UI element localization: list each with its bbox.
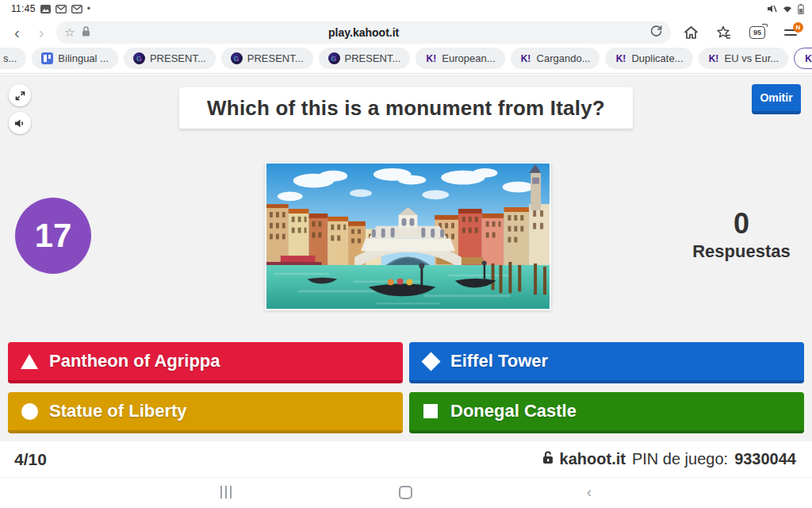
- genially-favicon: G: [328, 52, 340, 64]
- clock: 11:45: [11, 3, 36, 14]
- url-bar[interactable]: ☆ play.kahoot.it: [56, 21, 671, 44]
- screenshot-notification-icon: [40, 5, 51, 13]
- skip-button[interactable]: Omitir: [752, 84, 801, 114]
- game-footer: 4/10 kahoot.it PIN de juego: 9330044: [0, 441, 812, 477]
- back-button-android[interactable]: ‹: [587, 484, 592, 501]
- home-button[interactable]: [677, 21, 704, 44]
- tab-kahoot-active[interactable]: K! Kahoot! ×: [794, 48, 812, 69]
- question-text: Which of this is a monument from Italy?: [179, 87, 633, 129]
- answer-circle-button[interactable]: Statue of Liberty: [8, 392, 403, 433]
- tab-presentation-3[interactable]: G PRESENT...: [319, 48, 411, 69]
- tab-0[interactable]: s...: [0, 48, 26, 69]
- gmail-notification-icon: [56, 5, 67, 13]
- bookmarks-button[interactable]: [710, 21, 737, 44]
- tab-presentation-1[interactable]: G PRESENT...: [124, 48, 216, 69]
- kahoot-favicon: K!: [425, 52, 437, 64]
- home-button-android[interactable]: [399, 486, 412, 499]
- pin-label: PIN de juego:: [632, 450, 728, 468]
- kahoot-favicon: K!: [615, 52, 626, 64]
- tab-european[interactable]: K! European...: [416, 48, 504, 69]
- question-progress: 4/10: [14, 450, 47, 469]
- genially-favicon: G: [133, 52, 145, 64]
- menu-button[interactable]: N: [777, 21, 804, 44]
- kahoot-favicon: K!: [520, 52, 532, 64]
- answer-square-button[interactable]: Donegal Castle: [409, 392, 804, 433]
- question-image: [265, 162, 551, 310]
- android-navigation-bar: ‹: [0, 477, 812, 508]
- browser-toolbar: ‹ › ☆ play.kahoot.it 95 N: [0, 17, 812, 48]
- genially-favicon: G: [231, 52, 243, 64]
- game-pin-area: kahoot.it PIN de juego: 9330044: [542, 450, 796, 468]
- bilingual-favicon: [41, 52, 53, 64]
- url-text[interactable]: play.kahoot.it: [56, 26, 671, 39]
- wifi-icon: [782, 4, 793, 13]
- recents-button[interactable]: [220, 486, 232, 498]
- answer-counter: 0 Respuestas: [678, 210, 805, 262]
- fullscreen-button[interactable]: [9, 84, 31, 106]
- kahoot-favicon: K!: [708, 52, 720, 64]
- lock-icon: [542, 450, 553, 468]
- timer-countdown: 17: [15, 198, 91, 274]
- tab-switcher-button[interactable]: 95: [744, 21, 771, 44]
- answer-label: Statue of Liberty: [49, 401, 187, 421]
- battery-icon: [798, 4, 804, 14]
- answer-grid: Pantheon of Agrippa Eiffel Tower Statue …: [8, 342, 804, 433]
- tab-presentation-2[interactable]: G PRESENT...: [221, 48, 313, 69]
- tab-bilingual[interactable]: Bilingual ...: [32, 48, 118, 69]
- answer-label: Pantheon of Agrippa: [49, 351, 220, 371]
- game-pin: 9330044: [734, 450, 796, 468]
- tab-cargando[interactable]: K! Cargando...: [511, 48, 600, 69]
- menu-notification-badge: N: [793, 22, 803, 33]
- status-bar: 11:45 •: [0, 0, 812, 17]
- diamond-icon: [422, 352, 439, 370]
- answer-count-number: 0: [678, 210, 805, 238]
- tab-strip: s... Bilingual ... G PRESENT... G PRESEN…: [0, 48, 812, 74]
- kahoot-domain: kahoot.it: [560, 450, 626, 468]
- answer-triangle-button[interactable]: Pantheon of Agrippa: [8, 342, 403, 383]
- answer-count-label: Respuestas: [678, 241, 805, 262]
- triangle-icon: [21, 352, 38, 370]
- kahoot-favicon: K!: [804, 52, 812, 64]
- gmail-notification-icon: [71, 5, 82, 13]
- forward-button[interactable]: ›: [33, 25, 51, 40]
- tab-eu-vs-eur[interactable]: K! EU vs Eur...: [699, 48, 789, 69]
- answer-label: Eiffel Tower: [450, 351, 548, 371]
- more-notifications-dot: •: [87, 3, 90, 14]
- mute-icon: [767, 4, 777, 13]
- audio-toggle-button[interactable]: [9, 112, 31, 134]
- kahoot-game-screen: Which of this is a monument from Italy? …: [0, 75, 812, 441]
- tab-duplicate[interactable]: K! Duplicate...: [605, 48, 692, 69]
- answer-label: Donegal Castle: [450, 401, 576, 421]
- answer-diamond-button[interactable]: Eiffel Tower: [409, 342, 804, 383]
- square-icon: [422, 402, 439, 420]
- back-button[interactable]: ‹: [8, 25, 26, 40]
- tab-count: 95: [749, 26, 765, 39]
- circle-icon: [21, 402, 38, 420]
